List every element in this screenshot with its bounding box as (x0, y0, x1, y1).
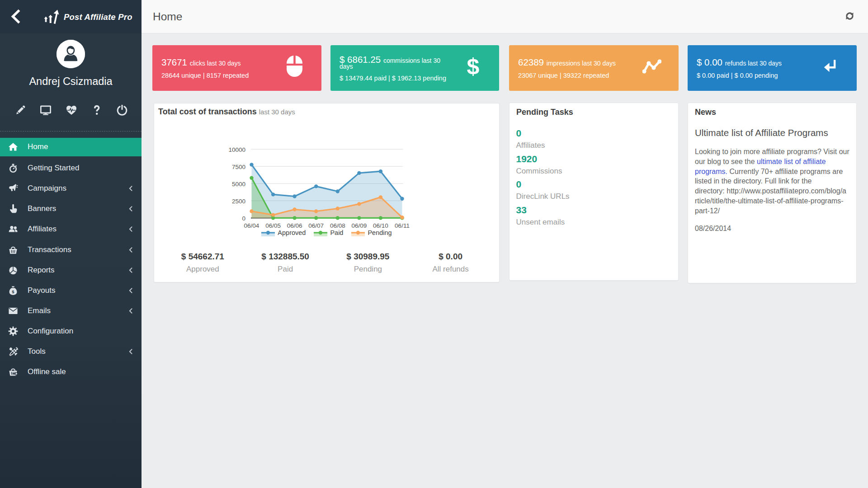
svg-text:06/11: 06/11 (395, 222, 410, 229)
svg-text:0: 0 (242, 215, 245, 222)
svg-text:$: $ (12, 289, 14, 294)
svg-text:06/08: 06/08 (330, 222, 345, 229)
svg-text:2500: 2500 (232, 198, 245, 205)
svg-text:5000: 5000 (232, 181, 245, 188)
svg-text:06/06: 06/06 (287, 222, 302, 229)
svg-text:06/10: 06/10 (373, 222, 388, 229)
svg-text:10000: 10000 (228, 146, 245, 153)
svg-text:06/07: 06/07 (308, 222, 324, 229)
svg-text:06/05: 06/05 (265, 222, 281, 229)
svg-text:7500: 7500 (232, 164, 245, 170)
svg-text:06/04: 06/04 (244, 222, 259, 229)
svg-text:06/09: 06/09 (352, 222, 367, 229)
